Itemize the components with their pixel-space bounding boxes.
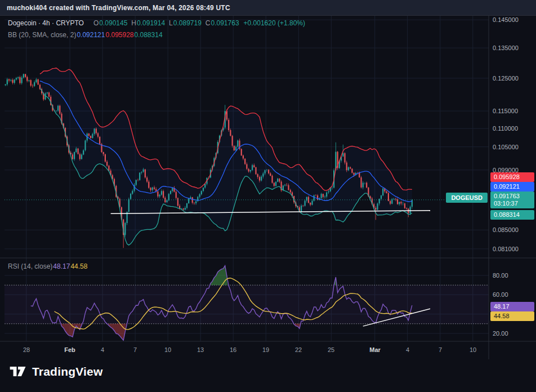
last-price-countdown-label: 0.091763 03:10:37 bbox=[490, 191, 534, 208]
rsi-tick: 20.00 bbox=[493, 330, 508, 337]
price-tick: 0.125000 bbox=[493, 75, 519, 82]
rsi-ma-value: 44.58 bbox=[70, 262, 87, 270]
bb-indicator-title[interactable]: BB (20, SMA, close, 2) bbox=[8, 31, 76, 39]
price-tick: 0.145000 bbox=[493, 16, 519, 23]
time-tick: 16 bbox=[230, 346, 236, 353]
time-tick: 13 bbox=[197, 346, 204, 353]
time-axis[interactable]: 28Feb47101316192225Mar4710 bbox=[0, 341, 489, 359]
tradingview-logo-icon bbox=[9, 364, 27, 379]
price-tick: 0.110000 bbox=[493, 125, 518, 132]
time-tick: Feb bbox=[64, 346, 75, 353]
bb-upper-value: 0.095928 bbox=[105, 31, 133, 39]
bb-upper-price-label: 0.095928 bbox=[490, 172, 534, 182]
rsi-tick: 60.00 bbox=[493, 291, 508, 298]
last-price-value: 0.091763 bbox=[494, 193, 531, 200]
attribution-text: muchoki404 created with TradingView.com,… bbox=[7, 4, 230, 12]
rsi-indicator-title[interactable]: RSI (14, close) bbox=[8, 262, 52, 270]
time-tick: 7 bbox=[133, 346, 137, 353]
time-tick: 4 bbox=[406, 346, 409, 353]
time-tick: 28 bbox=[23, 346, 30, 353]
price-tick: 0.081000 bbox=[493, 246, 519, 252]
rsi-ma-axis-label: 44.58 bbox=[490, 311, 534, 321]
price-tick: 0.105000 bbox=[493, 144, 519, 150]
time-tick: Mar bbox=[369, 346, 381, 353]
rsi-axis-label: 48.17 bbox=[490, 302, 534, 311]
ohlc-close-label: C bbox=[206, 19, 211, 27]
ohlc-open-label: O bbox=[93, 19, 99, 27]
rsi-tick: 80.00 bbox=[493, 272, 508, 279]
rsi-indicator-legend[interactable]: RSI (14, close) 48.17 44.58 bbox=[8, 262, 87, 270]
tradingview-chart-page: muchoki404 created with TradingView.com,… bbox=[0, 0, 536, 392]
ohlc-close-value: 0.091763 bbox=[211, 19, 239, 27]
time-tick: 10 bbox=[470, 346, 476, 353]
ohlc-low-label: L bbox=[169, 19, 173, 27]
time-tick: 19 bbox=[262, 346, 269, 353]
symbol-price-tag: DOGEUSD bbox=[446, 193, 488, 203]
price-tick: 0.115000 bbox=[493, 108, 518, 114]
price-tick: 0.135000 bbox=[493, 44, 519, 51]
ohlc-change-value: +0.001620 (+1.80%) bbox=[244, 19, 305, 27]
symbol-legend[interactable]: Dogecoin · 4h · CRYPTO O 0.090145 H 0.09… bbox=[8, 19, 305, 27]
price-tick: 0.085000 bbox=[493, 226, 519, 233]
bar-countdown: 03:10:37 bbox=[494, 200, 531, 207]
attribution-bar: muchoki404 created with TradingView.com,… bbox=[0, 0, 536, 16]
time-tick: 7 bbox=[439, 346, 442, 353]
time-tick: 10 bbox=[164, 346, 171, 353]
time-tick: 4 bbox=[101, 346, 104, 353]
ohlc-open-value: 0.090145 bbox=[99, 19, 127, 27]
bb-indicator-legend[interactable]: BB (20, SMA, close, 2) 0.092121 0.095928… bbox=[8, 31, 163, 39]
ohlc-high-value: 0.091914 bbox=[137, 19, 165, 27]
time-tick: 25 bbox=[328, 346, 334, 353]
ohlc-high-label: H bbox=[131, 19, 136, 27]
tradingview-logo[interactable]: TradingView bbox=[9, 364, 103, 379]
rsi-value: 48.17 bbox=[53, 262, 70, 270]
time-tick: 22 bbox=[295, 346, 302, 353]
bb-basis-price-label: 0.092121 bbox=[490, 182, 534, 191]
bb-basis-value: 0.092121 bbox=[77, 31, 105, 39]
symbol-title[interactable]: Dogecoin · 4h · CRYPTO bbox=[8, 19, 84, 27]
tradingview-logo-text: TradingView bbox=[32, 365, 103, 378]
ohlc-low-value: 0.089719 bbox=[173, 19, 202, 27]
bb-lower-value: 0.088314 bbox=[135, 31, 163, 39]
bb-lower-price-label: 0.088314 bbox=[490, 210, 534, 220]
